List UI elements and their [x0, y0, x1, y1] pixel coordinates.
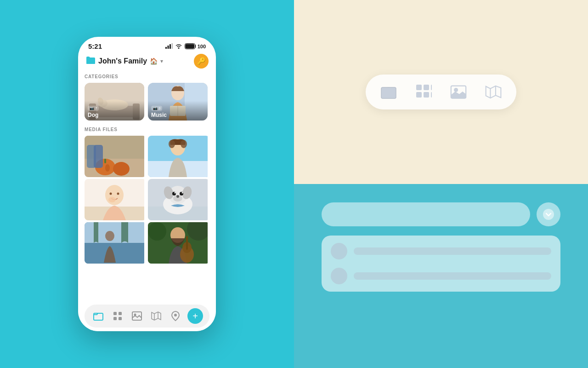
svg-rect-6: [185, 44, 194, 49]
svg-rect-1: [167, 46, 169, 49]
svg-point-50: [176, 195, 179, 198]
svg-point-35: [105, 185, 124, 205]
media-files-label: MEDIA FILES: [85, 127, 209, 132]
list-avatar-1: [331, 243, 347, 259]
status-bar: 5:21: [78, 37, 216, 52]
music-badge: 📷3: [151, 106, 162, 111]
media-cell-2[interactable]: [148, 136, 209, 177]
media-cell-6[interactable]: [148, 222, 209, 264]
nav-bar: +: [85, 305, 209, 328]
battery-level: 100: [198, 44, 206, 49]
status-icons: 100: [165, 43, 206, 50]
list-panel: [322, 236, 560, 292]
signal-icon: [165, 43, 173, 50]
svg-point-57: [148, 222, 166, 241]
music-name: Music: [151, 112, 204, 118]
nav-grid[interactable]: [110, 309, 125, 323]
svg-point-31: [169, 140, 175, 148]
dog-badge: 📷7: [88, 106, 99, 111]
svg-rect-66: [113, 317, 117, 320]
svg-point-37: [117, 193, 119, 195]
svg-point-48: [182, 192, 183, 194]
status-time: 5:21: [88, 42, 102, 50]
family-name: John's Family: [98, 57, 147, 65]
nav-map[interactable]: [149, 309, 164, 323]
toolbar-grid-icon[interactable]: [412, 80, 435, 104]
house-emoji: 🏠: [150, 58, 158, 65]
svg-point-38: [108, 197, 116, 202]
toolbar-map-icon[interactable]: [481, 80, 505, 104]
category-music[interactable]: 📷3 Music: [148, 83, 208, 121]
avatar[interactable]: 🔑: [194, 54, 209, 69]
svg-point-72: [174, 314, 177, 316]
svg-point-25: [105, 164, 110, 172]
svg-point-47: [175, 192, 176, 194]
nav-photos[interactable]: [130, 309, 144, 323]
svg-point-4: [178, 47, 179, 49]
battery-icon: 100: [185, 43, 206, 49]
svg-rect-76: [424, 85, 429, 90]
list-row-2[interactable]: [331, 268, 551, 284]
phone-nav: +: [78, 301, 216, 331]
toolbar-pill: [366, 75, 516, 109]
svg-rect-79: [431, 85, 432, 90]
svg-rect-75: [416, 85, 422, 90]
toolbar-files-icon[interactable]: [377, 80, 401, 104]
dog-name: Dog: [88, 112, 141, 118]
category-dog[interactable]: 📷7 Dog: [85, 83, 144, 121]
plus-icon: +: [192, 311, 198, 322]
svg-rect-27: [94, 145, 103, 168]
categories-row: 📷7 Dog: [85, 83, 209, 121]
svg-point-54: [105, 231, 114, 241]
svg-rect-0: [165, 47, 167, 49]
svg-rect-3: [171, 43, 173, 49]
search-bar-mock[interactable]: [322, 202, 530, 226]
svg-point-82: [454, 88, 458, 92]
phone-mockup: 5:21: [78, 37, 216, 331]
svg-rect-67: [119, 317, 122, 320]
svg-rect-78: [424, 92, 429, 98]
toolbar-photo-icon[interactable]: [447, 80, 470, 104]
dog-overlay: 📷7 Dog: [85, 101, 144, 121]
nav-location[interactable]: [168, 309, 183, 323]
svg-rect-2: [170, 44, 171, 49]
media-cell-1[interactable]: [85, 136, 146, 177]
right-top: [294, 0, 588, 184]
chevron-down-button[interactable]: [537, 202, 560, 226]
wifi-icon: [175, 43, 182, 50]
folder-icon: [85, 56, 96, 66]
media-grid: [85, 136, 209, 264]
svg-rect-62: [186, 236, 188, 250]
media-cell-4[interactable]: [148, 179, 209, 220]
svg-rect-65: [119, 312, 122, 315]
svg-point-36: [110, 193, 112, 195]
left-panel: 5:21: [0, 0, 294, 368]
header-left[interactable]: John's Family 🏠 ▾: [85, 56, 163, 66]
list-bar-2: [354, 272, 551, 280]
svg-rect-64: [113, 312, 117, 315]
svg-point-32: [181, 140, 187, 148]
list-row-1[interactable]: [331, 243, 551, 259]
right-panel: [294, 0, 588, 368]
svg-rect-80: [431, 92, 432, 98]
svg-rect-52: [85, 222, 144, 243]
phone-header: John's Family 🏠 ▾ 🔑: [78, 52, 216, 72]
right-bottom: [294, 184, 588, 368]
music-overlay: 📷3 Music: [148, 101, 208, 121]
media-cell-5[interactable]: [85, 222, 146, 264]
svg-point-23: [113, 162, 130, 176]
avatar-emoji: 🔑: [197, 57, 206, 65]
categories-label: CATEGORIES: [85, 74, 209, 79]
media-cell-3[interactable]: [85, 179, 146, 220]
chevron-icon[interactable]: ▾: [160, 58, 163, 64]
phone-content: CATEGORIES: [78, 72, 216, 301]
nav-files[interactable]: [91, 309, 106, 323]
list-avatar-2: [331, 268, 347, 284]
svg-rect-24: [104, 159, 106, 163]
svg-point-85: [543, 209, 554, 220]
nav-plus-button[interactable]: +: [187, 308, 203, 324]
svg-rect-77: [416, 92, 422, 98]
list-bar-1: [354, 247, 551, 255]
search-row: [322, 202, 560, 226]
